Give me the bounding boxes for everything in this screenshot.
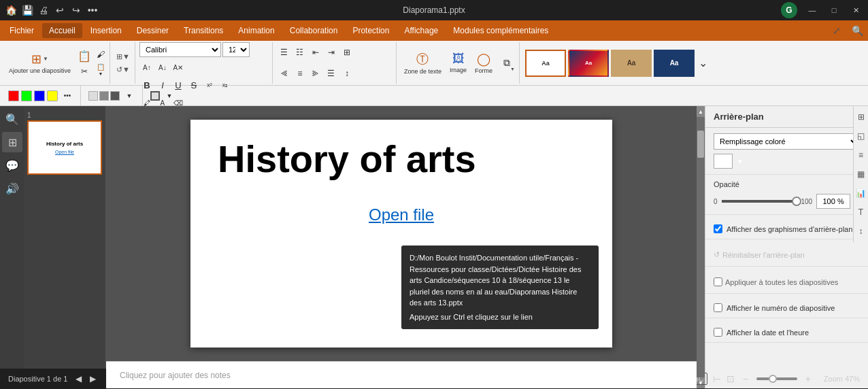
fill-swatch-1[interactable] [88, 91, 98, 101]
vertical-scrollbar[interactable]: ▲ ▼ [697, 106, 705, 388]
zoom-out-button[interactable]: − [740, 372, 751, 386]
show-date-checkbox[interactable] [714, 328, 722, 337]
theme-2[interactable]: Aa [568, 50, 609, 77]
menu-animation[interactable]: Animation [231, 23, 281, 38]
theme-3[interactable]: Aa [611, 50, 652, 77]
apply-all-button[interactable]: Appliquer à toutes les diapositives [714, 276, 860, 288]
increase-indent-button[interactable]: ⇥ [324, 45, 339, 60]
fill-type-select[interactable]: Remplissage coloré Dégradé Image ou text… [714, 133, 860, 150]
menu-fichier[interactable]: Fichier [3, 23, 41, 38]
nav-prev[interactable]: ◀ [76, 374, 82, 384]
format-painter-button[interactable]: 🖌 [95, 48, 107, 61]
menu-collaboration[interactable]: Collaboration [283, 23, 345, 38]
slide-thumbnail-1[interactable]: 1 History of arts Open file [27, 112, 103, 175]
sidebar-comments-icon[interactable]: 💬 [2, 155, 22, 175]
justify-button[interactable]: ☰ [324, 66, 339, 81]
vt-icon-3[interactable]: ≡ [853, 147, 869, 163]
fit-width-button[interactable]: ⊢ [713, 373, 721, 384]
zoom-in-button[interactable]: + [803, 372, 814, 386]
numbered-list-button[interactable]: ☷ [293, 45, 307, 60]
font-size-select[interactable]: 12 [222, 42, 250, 57]
ctx-more-colors[interactable]: ••• [60, 88, 75, 103]
avatar[interactable]: G [781, 2, 797, 18]
ctx-color1[interactable] [47, 90, 58, 101]
menu-insertion[interactable]: Insertion [84, 23, 129, 38]
themes-more-button[interactable]: ⌄ [697, 55, 710, 71]
opacity-thumb[interactable] [792, 197, 801, 206]
paste-options-button[interactable]: 📋 ▼ [95, 62, 107, 78]
color-box-green[interactable] [21, 90, 32, 101]
color-dropdown[interactable]: ▼ [737, 158, 744, 165]
sidebar-audio-icon[interactable]: 🔊 [2, 178, 22, 199]
maximize-button[interactable]: □ [827, 3, 841, 17]
sidebar-slides-icon[interactable]: ⊞ [2, 132, 22, 152]
fill-swatch-2[interactable] [99, 91, 109, 101]
menu-affichage[interactable]: Affichage [397, 23, 445, 38]
save-icon[interactable]: 💾 [22, 5, 33, 16]
fill-swatch-3[interactable] [110, 91, 120, 101]
show-slide-num-checkbox[interactable] [714, 303, 722, 312]
menu-dessiner[interactable]: Dessiner [130, 23, 176, 38]
shape-button[interactable]: ◯ Forme [471, 46, 496, 81]
font-family-select[interactable]: Calibri [139, 42, 221, 57]
subscript-button[interactable]: x₂ [218, 78, 233, 92]
vt-icon-6[interactable]: T [853, 204, 869, 220]
undo-icon[interactable]: ↩ [54, 5, 65, 16]
theme-4[interactable]: Aa [654, 50, 695, 77]
decrease-indent-button[interactable]: ⇤ [308, 45, 323, 60]
sidebar-search-icon[interactable]: 🔍 [2, 109, 22, 129]
font-decrease-button[interactable]: A↓ [155, 60, 170, 75]
image-button[interactable]: 🖼 Image [446, 46, 470, 81]
notes-area[interactable]: Cliquez pour ajouter des notes [106, 361, 697, 388]
text-zone-button[interactable]: Ⓣ Zone de texte [401, 46, 445, 81]
vt-icon-4[interactable]: ▦ [853, 166, 869, 182]
opacity-slider-track[interactable] [722, 200, 797, 203]
nav-next[interactable]: ▶ [90, 374, 96, 384]
menu-accueil[interactable]: Accueil [42, 23, 82, 38]
home-icon[interactable]: 🏠 [5, 5, 16, 16]
align-right-button[interactable]: ⫸ [308, 66, 323, 81]
fit-page-button[interactable]: ⊡ [727, 373, 735, 384]
menu-transitions[interactable]: Transitions [177, 23, 230, 38]
menu-modules[interactable]: Modules complémentaires [446, 23, 555, 38]
border-swatch[interactable] [150, 91, 160, 101]
clear-format-button[interactable]: A✕ [171, 60, 186, 75]
columns-button[interactable]: ⊞ [339, 45, 354, 60]
show-graphics-checkbox[interactable] [714, 224, 722, 233]
apply-all-checkbox[interactable] [714, 277, 722, 286]
cut-button[interactable]: ✂ [76, 65, 93, 78]
layout-button[interactable]: ⊞▼ [114, 51, 132, 63]
line-spacing-button[interactable]: ↕ [339, 66, 354, 81]
canvas-scroll[interactable]: History of arts Open file D:/Mon Boulot … [106, 106, 697, 361]
ctx-fill-dropdown[interactable]: ▼ [122, 88, 137, 103]
scroll-track[interactable] [697, 117, 705, 377]
vt-icon-5[interactable]: 📊 [853, 185, 869, 201]
bullet-list-button[interactable]: ☰ [277, 45, 292, 60]
arrange-button[interactable]: ⧉ ▼ [497, 46, 516, 81]
strikethrough-button[interactable]: S [186, 78, 201, 92]
zoom-slider[interactable] [756, 377, 797, 380]
font-increase-button[interactable]: A↑ [139, 60, 154, 75]
vt-icon-7[interactable]: ↕ [853, 223, 869, 239]
color-swatch[interactable] [714, 154, 733, 169]
color-box-blue[interactable] [34, 90, 45, 101]
close-button[interactable]: ✕ [849, 3, 863, 17]
redo-icon[interactable]: ↪ [71, 5, 82, 16]
menu-protection[interactable]: Protection [346, 23, 396, 38]
opacity-input[interactable] [816, 194, 850, 209]
search-menu-icon[interactable]: 🔍 [849, 22, 865, 39]
slide-link[interactable]: Open file [190, 205, 612, 224]
reset-button[interactable]: ↺▼ [114, 64, 132, 75]
ctx-border-dropdown[interactable]: ▼ [162, 88, 177, 103]
slide-preview-1[interactable]: History of arts Open file [27, 120, 102, 175]
scroll-up-button[interactable]: ▲ [697, 106, 705, 117]
print-icon[interactable]: 🖨 [38, 5, 49, 16]
reset-background-button[interactable]: ↺ Réinitialiser l'arrière-plan [714, 249, 860, 260]
slide-canvas[interactable]: History of arts Open file D:/Mon Boulot … [190, 120, 612, 348]
align-left-button[interactable]: ⫷ [277, 66, 292, 81]
more-icon[interactable]: ••• [87, 5, 98, 16]
theme-1[interactable]: Aa [525, 50, 566, 77]
align-center-button[interactable]: ≡ [293, 66, 307, 81]
dropdown-arrow[interactable]: ▼ [43, 56, 48, 62]
vt-icon-1[interactable]: ⊞ [853, 109, 869, 125]
